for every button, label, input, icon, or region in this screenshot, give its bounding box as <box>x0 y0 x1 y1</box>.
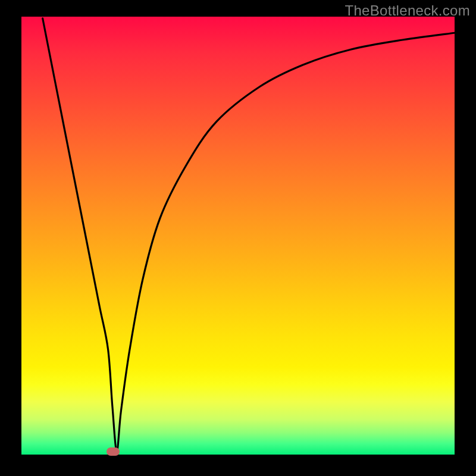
bottleneck-curve <box>21 17 455 455</box>
optimum-marker <box>107 447 120 456</box>
chart-frame: TheBottleneck.com <box>0 0 476 476</box>
plot-area <box>21 17 455 455</box>
watermark-text: TheBottleneck.com <box>345 2 470 19</box>
